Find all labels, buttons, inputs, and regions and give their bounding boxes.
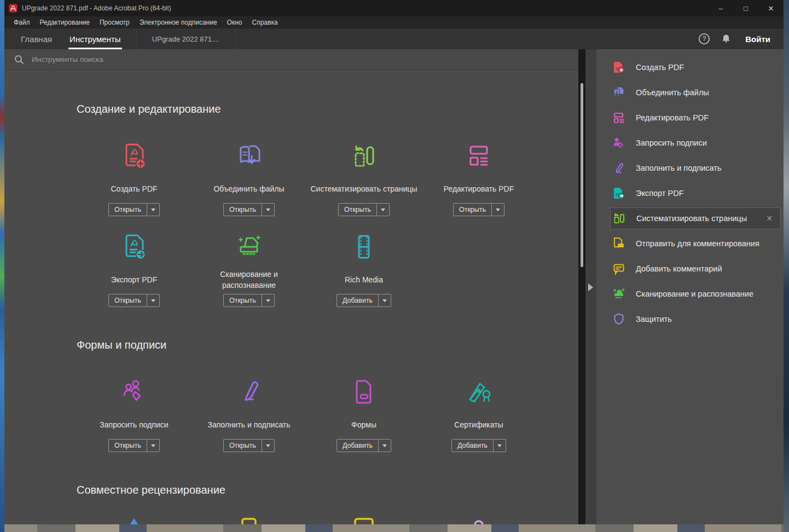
rich-media-icon	[349, 232, 379, 262]
tool-label: Сканирование и распознавание	[194, 269, 304, 291]
sidebar-item-protect[interactable]: Защитить	[596, 307, 784, 332]
minimize-button[interactable]: –	[708, 0, 733, 16]
open-button[interactable]: Открыть	[223, 203, 275, 216]
tools-scroll-content: Создание и редактирование	[4, 70, 578, 524]
tool-card-forms[interactable]: Формы Добавить	[306, 377, 421, 452]
tool-row-partial	[77, 517, 578, 524]
dropdown-caret-icon[interactable]	[262, 204, 274, 216]
vertical-scrollbar[interactable]	[578, 49, 585, 524]
menu-file[interactable]: Файл	[9, 16, 35, 28]
tool-card-request-signatures[interactable]: Запросить подписи Открыть	[77, 377, 192, 452]
tab-document[interactable]: UPgrade 2022 871....	[136, 28, 236, 49]
tool-label: Формы	[309, 414, 419, 436]
menu-window[interactable]: Окно	[222, 16, 247, 28]
open-button[interactable]: Открыть	[108, 439, 160, 452]
sidebar-item-request-signatures[interactable]: Запросить подписи	[596, 130, 784, 155]
maximize-button[interactable]: □	[733, 0, 758, 16]
tool-row: Экспорт PDF Открыть	[77, 232, 578, 307]
search-bar	[4, 49, 578, 70]
tool-card-certificates[interactable]: Сертификаты Добавить	[421, 377, 536, 452]
sidebar-item-edit-pdf[interactable]: Редактировать PDF	[596, 105, 784, 130]
section-title: Совместное рецензирование	[77, 484, 578, 496]
open-button[interactable]: Открыть	[108, 294, 160, 307]
add-button[interactable]: Добавить	[337, 439, 391, 452]
dropdown-caret-icon[interactable]	[494, 440, 506, 452]
tool-card-scan-ocr[interactable]: Сканирование и распознавание Открыть	[192, 232, 306, 307]
export-pdf-icon	[612, 187, 626, 200]
add-button[interactable]: Добавить	[451, 439, 506, 452]
sidebar-item-add-comment[interactable]: Добавить комментарий	[596, 256, 784, 281]
fill-sign-icon	[612, 161, 626, 175]
sidebar-item-organize-pages[interactable]: Систематизировать страницы ✕	[610, 207, 781, 229]
menu-esign[interactable]: Электронное подписание	[135, 16, 222, 28]
tool-label: Систематизировать страницы	[309, 178, 419, 200]
add-button[interactable]: Добавить	[337, 294, 391, 307]
dropdown-caret-icon[interactable]	[379, 440, 391, 452]
acrobat-app-icon	[9, 4, 18, 13]
tool-label: Запросить подписи	[79, 414, 189, 436]
open-button[interactable]: Открыть	[453, 203, 504, 216]
tab-bar: Главная Инструменты UPgrade 2022 871....…	[4, 28, 784, 49]
combine-files-icon	[234, 141, 264, 171]
dropdown-caret-icon[interactable]	[147, 294, 159, 307]
search-icon	[14, 55, 24, 65]
organize-pages-icon	[349, 141, 379, 171]
open-button[interactable]: Открыть	[338, 203, 390, 216]
menu-view[interactable]: Просмотр	[95, 16, 135, 28]
partial-tool-icon-comments	[306, 517, 421, 524]
certificates-icon	[463, 377, 494, 407]
open-button[interactable]: Открыть	[223, 439, 275, 452]
scan-ocr-icon	[234, 232, 264, 262]
close-button[interactable]: ✕	[758, 0, 784, 16]
tab-home[interactable]: Главная	[20, 28, 53, 49]
tool-card-edit-pdf[interactable]: Редактировать PDF Открыть	[421, 141, 536, 216]
dropdown-caret-icon[interactable]	[262, 294, 274, 307]
desktop-edge-bottom	[4, 524, 784, 532]
window-title: UPgrade 2022 871.pdf - Adobe Acrobat Pro…	[22, 4, 171, 12]
tool-label: Сертификаты	[424, 414, 533, 436]
export-pdf-icon	[119, 232, 149, 262]
sidebar-item-combine-files[interactable]: Объединить файлы	[596, 80, 784, 105]
tool-card-combine-files[interactable]: Объединить файлы Открыть	[192, 141, 306, 216]
sidebar-item-fill-sign[interactable]: Заполнить и подписать	[596, 155, 784, 181]
tool-card-fill-sign[interactable]: Заполнить и подписать Открыть	[192, 377, 306, 452]
sidebar-item-create-pdf[interactable]: Создать PDF	[596, 55, 784, 80]
help-icon[interactable]: ?	[697, 32, 711, 46]
sidebar-item-export-pdf[interactable]: Экспорт PDF	[596, 181, 784, 206]
search-input[interactable]	[32, 55, 578, 63]
sign-in-button[interactable]: Войти	[745, 34, 770, 44]
dropdown-caret-icon[interactable]	[147, 204, 159, 216]
title-bar: UPgrade 2022 871.pdf - Adobe Acrobat Pro…	[4, 0, 784, 16]
notifications-bell-icon[interactable]	[719, 32, 733, 46]
tools-sidebar: Создать PDF Объединить файлы Редактирова…	[596, 49, 784, 524]
sidebar-item-scan-ocr[interactable]: Сканирование и распознавание	[596, 281, 784, 307]
create-pdf-icon	[119, 141, 149, 171]
desktop-edge-right	[784, 0, 789, 532]
dropdown-caret-icon[interactable]	[147, 440, 159, 452]
partial-tool-icon-stamp	[421, 517, 536, 524]
dropdown-caret-icon[interactable]	[262, 440, 274, 452]
menu-bar: Файл Редактирование Просмотр Электронное…	[4, 16, 784, 28]
tool-card-rich-media[interactable]: Rich Media Добавить	[306, 232, 421, 307]
open-button[interactable]: Открыть	[108, 203, 160, 216]
protect-shield-icon	[612, 313, 626, 326]
menu-help[interactable]: Справка	[247, 16, 283, 28]
sidebar-collapse-strip[interactable]	[585, 49, 596, 524]
tool-card-create-pdf[interactable]: Создать PDF Открыть	[77, 141, 192, 216]
dropdown-caret-icon[interactable]	[492, 204, 504, 216]
collapse-arrow-icon[interactable]	[588, 284, 593, 291]
scrollbar-thumb[interactable]	[581, 83, 583, 267]
svg-text:?: ?	[703, 35, 706, 43]
partial-tool-icon-send-comments	[192, 517, 306, 524]
dropdown-caret-icon[interactable]	[379, 294, 391, 307]
tool-label: Редактировать PDF	[424, 178, 533, 200]
tool-card-export-pdf[interactable]: Экспорт PDF Открыть	[77, 232, 192, 307]
tab-tools[interactable]: Инструменты	[68, 28, 122, 49]
open-button[interactable]: Открыть	[223, 294, 275, 307]
dropdown-caret-icon[interactable]	[377, 204, 389, 216]
create-pdf-icon	[612, 61, 626, 74]
menu-edit[interactable]: Редактирование	[35, 16, 95, 28]
sidebar-item-send-for-comments[interactable]: Отправить для комментирования	[596, 231, 784, 256]
close-tool-icon[interactable]: ✕	[766, 214, 773, 223]
tool-card-organize-pages[interactable]: Систематизировать страницы Открыть	[306, 141, 421, 216]
